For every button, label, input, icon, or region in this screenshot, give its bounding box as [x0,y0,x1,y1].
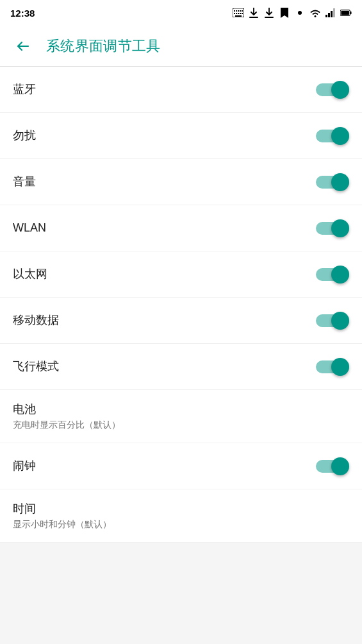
setting-text-ethernet: 以太网 [13,266,316,282]
toggle-thumb-alarm [331,457,349,475]
signal-icon [325,7,336,19]
svg-rect-3 [238,10,239,12]
setting-item-battery[interactable]: 电池 充电时显示百分比（默认） [0,390,362,443]
svg-rect-6 [234,13,235,14]
setting-text-do-not-disturb: 勿扰 [13,128,316,144]
status-icons [233,7,352,19]
back-button[interactable] [10,33,36,59]
setting-text-bluetooth: 蓝牙 [13,81,316,97]
setting-item-mobile-data[interactable]: 移动数据 [0,298,362,344]
setting-item-bluetooth[interactable]: 蓝牙 [0,67,362,113]
toggle-alarm[interactable] [316,457,349,475]
toggle-thumb-do-not-disturb [331,127,349,145]
setting-title-alarm: 闹钟 [13,458,316,474]
setting-title-airplane-mode: 飞行模式 [13,359,316,375]
svg-rect-11 [235,15,242,17]
toggle-mobile-data[interactable] [316,312,349,330]
setting-item-alarm[interactable]: 闹钟 [0,443,362,489]
keyboard-icon [233,7,244,19]
setting-title-battery: 电池 [13,402,349,418]
svg-rect-12 [249,17,258,18]
svg-rect-4 [240,10,241,12]
svg-rect-7 [236,13,237,14]
setting-title-time: 时间 [13,501,349,517]
status-bar: 12:38 [0,0,362,26]
setting-title-do-not-disturb: 勿扰 [13,128,316,144]
setting-item-wlan[interactable]: WLAN [0,205,362,251]
toggle-thumb-airplane-mode [331,358,349,376]
setting-title-bluetooth: 蓝牙 [13,81,316,97]
setting-text-volume: 音量 [13,174,316,190]
setting-subtitle-battery: 充电时显示百分比（默认） [13,419,349,431]
toggle-thumb-ethernet [331,266,349,284]
toggle-do-not-disturb[interactable] [316,127,349,145]
svg-point-15 [315,15,317,17]
setting-title-mobile-data: 移动数据 [13,312,316,328]
battery-icon [340,7,352,19]
settings-list: 蓝牙 勿扰 音量 [0,67,362,543]
svg-rect-19 [333,8,335,17]
setting-subtitle-time: 显示小时和分钟（默认） [13,519,349,530]
setting-text-alarm: 闹钟 [13,458,316,474]
svg-rect-8 [238,13,239,14]
setting-title-wlan: WLAN [13,220,316,236]
status-time: 12:38 [10,8,35,19]
svg-rect-10 [242,13,243,14]
setting-item-airplane-mode[interactable]: 飞行模式 [0,344,362,390]
svg-point-14 [298,11,302,15]
page-title: 系统界面调节工具 [46,37,160,56]
dot-indicator [294,7,306,19]
svg-rect-1 [234,10,235,12]
svg-rect-13 [265,17,274,18]
setting-item-volume[interactable]: 音量 [0,159,362,205]
bookmark-icon [279,7,290,19]
setting-item-ethernet[interactable]: 以太网 [0,251,362,298]
svg-rect-16 [325,15,327,17]
toggle-volume[interactable] [316,173,349,191]
toggle-wlan[interactable] [316,219,349,237]
svg-rect-17 [328,13,330,17]
setting-text-wlan: WLAN [13,220,316,236]
svg-rect-21 [350,12,352,15]
setting-title-volume: 音量 [13,174,316,190]
setting-text-airplane-mode: 飞行模式 [13,359,316,375]
setting-item-do-not-disturb[interactable]: 勿扰 [0,113,362,159]
download-icon-2 [263,7,275,19]
setting-item-time[interactable]: 时间 显示小时和分钟（默认） [0,489,362,543]
toggle-thumb-mobile-data [331,312,349,330]
toggle-thumb-wlan [331,219,349,237]
svg-rect-22 [341,11,349,15]
setting-text-mobile-data: 移动数据 [13,312,316,328]
svg-rect-18 [331,11,333,17]
svg-rect-2 [236,10,237,12]
setting-title-ethernet: 以太网 [13,266,316,282]
wifi-icon [309,7,321,19]
app-bar: 系统界面调节工具 [0,26,362,67]
toggle-thumb-volume [331,173,349,191]
toggle-thumb-bluetooth [331,81,349,99]
toggle-bluetooth[interactable] [316,81,349,99]
download-icon-1 [248,7,259,19]
toggle-ethernet[interactable] [316,266,349,284]
svg-rect-5 [242,10,243,12]
toggle-airplane-mode[interactable] [316,358,349,376]
svg-rect-9 [240,13,241,14]
